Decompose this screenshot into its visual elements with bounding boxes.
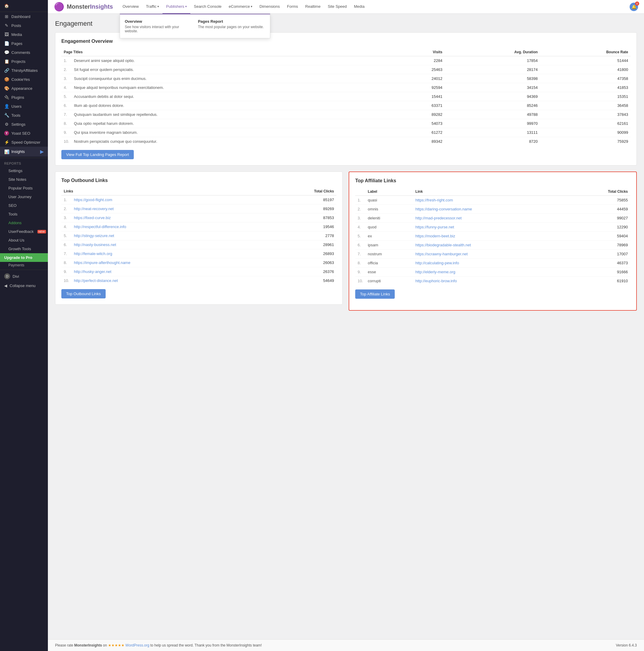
sidebar-logo-text: 🏠 [4, 4, 9, 8]
sidebar-item-label: Yoast SEO [11, 131, 30, 135]
about-us-label: About Us [8, 238, 24, 243]
growth-tools-label: Growth Tools [8, 247, 31, 251]
table-row: 6. Illum ab quod dolores dolore. 63371 8… [61, 101, 631, 110]
list-item: 8. officia http://calculating-pew.info 4… [355, 258, 630, 268]
outbound-links-card: Top Outbound Links Links Total Clicks 1.… [55, 172, 343, 305]
col-avg-duration: Avg. Duration [445, 48, 540, 56]
settings-icon: ⚙ [4, 122, 9, 127]
sidebar-item-cookieyes[interactable]: 🍪 CookieYes [0, 75, 48, 84]
sidebar-item-comments[interactable]: 💬 Comments [0, 48, 48, 57]
logo-monster: Monster [67, 3, 90, 10]
col-total-clicks-out: Total Clicks [260, 187, 336, 195]
topbar-logo: 🟣 MonsterInsights [54, 2, 113, 12]
sidebar-item-plugins[interactable]: 🔌 Plugins [0, 93, 48, 102]
notification-button[interactable]: 🔔 0 [630, 3, 638, 11]
nav-publishers[interactable]: Publishers ▾ [162, 0, 190, 14]
col-clicks-aff: Total Clicks [568, 188, 630, 196]
popular-posts-label: Popular Posts [8, 186, 33, 190]
col-label-aff: Label [365, 188, 413, 196]
sidebar-item-settings-sub[interactable]: Settings [0, 166, 48, 175]
nav-forms[interactable]: Forms [283, 0, 302, 14]
list-item: 9. esse http://elderly-meme.org 91666 [355, 268, 630, 277]
new-badge: NEW [37, 230, 46, 234]
sidebar-item-about-us[interactable]: About Us [0, 236, 48, 245]
sidebar-item-popular-posts[interactable]: Popular Posts [0, 184, 48, 192]
settings-sub-label: Settings [8, 168, 23, 173]
top-outbound-button[interactable]: Top Outbound Links [61, 289, 106, 299]
col-page-titles: Page Titles [61, 48, 392, 56]
outbound-table: Links Total Clicks 1. https://good-fligh… [61, 187, 336, 285]
footer-text: Please rate MonsterInsights on ★★★★★ Wor… [55, 643, 262, 647]
nav-search-console[interactable]: Search Console [190, 0, 225, 14]
divi-icon: D [4, 273, 10, 279]
userfeedback-label: UserFeedback [8, 229, 34, 234]
list-item: 1. quasi https://fresh-right.com 75855 [355, 196, 630, 205]
list-item: 2. omnis https://daring-conversation.nam… [355, 205, 630, 214]
sidebar-item-settings[interactable]: ⚙ Settings [0, 120, 48, 129]
sidebar-item-label: Appearance [11, 86, 32, 91]
table-row: 4. Neque aliquid temporibus numquam exer… [61, 83, 631, 92]
nav-media[interactable]: Media [350, 0, 368, 14]
list-item: 6. http://nasty-business.net 28961 [61, 240, 336, 249]
sidebar-item-growth-tools[interactable]: Growth Tools [0, 245, 48, 253]
sidebar-item-seo[interactable]: SEO [0, 201, 48, 210]
table-row: 5. Accusantium debitis at dolor sequi. 1… [61, 92, 631, 101]
footer-version: Version 6.4.3 [616, 643, 637, 647]
nav-site-speed[interactable]: Site Speed [324, 0, 350, 14]
list-item: 6. ipsam https://biodegradable-stealth.n… [355, 241, 630, 250]
nav-ecommerce[interactable]: eCommerce ▾ [225, 0, 256, 14]
sidebar-item-media[interactable]: 🖼 Media [0, 30, 48, 39]
list-item: 2. http://neat-recovery.net 89269 [61, 205, 336, 213]
traffic-label: Traffic [146, 4, 157, 9]
sidebar-item-tools[interactable]: 🔧 Tools [0, 111, 48, 120]
view-full-report-button[interactable]: View Full Top Landing Pages Report [61, 150, 134, 159]
nav-dimensions[interactable]: Dimensions [256, 0, 283, 14]
nav-overview[interactable]: Overview [119, 0, 142, 14]
list-item: 7. nostrum https://scrawny-hamburger.net… [355, 250, 630, 258]
traffic-caret: ▾ [157, 5, 159, 8]
table-row: 10. Nostrum perspiciatis cumque quo cons… [61, 137, 631, 146]
list-item: 4. quod https://funny-purse.net 12290 [355, 223, 630, 232]
addons-label: Addons [8, 221, 22, 225]
sidebar-collapse-menu[interactable]: ◀ Collapse menu [0, 281, 48, 290]
list-item: 4. http://respectful-difference.info 195… [61, 222, 336, 231]
list-item: 9. http://husky-anger.net 26376 [61, 267, 336, 276]
list-item: 1. https://good-flight.com 85197 [61, 195, 336, 205]
dropdown-pages-desc: The most popular pages on your website. [198, 25, 265, 29]
top-affiliate-button[interactable]: Top Affiliate Links [355, 289, 395, 299]
sidebar-item-insights[interactable]: 📊 Insights ▶ [0, 147, 48, 157]
sidebar-item-yoast[interactable]: Y Yoast SEO [0, 129, 48, 138]
sidebar-item-addons[interactable]: Addons [0, 218, 48, 227]
sidebar-item-tools-sub[interactable]: Tools [0, 210, 48, 218]
logo-text: MonsterInsights [67, 3, 113, 10]
logo-insights: Insights [90, 3, 113, 10]
sidebar-item-appearance[interactable]: 🎨 Appearance [0, 84, 48, 93]
sidebar-item-thirstyaffiliates[interactable]: 🔗 ThirstyAffiliates [0, 66, 48, 75]
sidebar-item-label: Projects [11, 59, 26, 64]
list-item: 3. deleniti http://mad-predecessor.net 9… [355, 214, 630, 223]
comments-icon: 💬 [4, 50, 9, 55]
nav-realtime[interactable]: Realtime [302, 0, 324, 14]
sidebar-item-divi[interactable]: D Divi [0, 271, 48, 281]
nav-traffic[interactable]: Traffic ▾ [142, 0, 162, 14]
footer-text-after: to help us spread the word. Thank you fr… [150, 643, 262, 647]
table-row: 3. Suscipit consequuntur quis enim ducim… [61, 74, 631, 83]
col-num-aff [355, 188, 365, 196]
sidebar-item-users[interactable]: 👤 Users [0, 102, 48, 111]
sidebar-item-projects[interactable]: 📋 Projects [0, 57, 48, 66]
sidebar-item-user-journey[interactable]: User Journey [0, 192, 48, 201]
sidebar-item-pages[interactable]: 📄 Pages [0, 39, 48, 48]
footer-link[interactable]: WordPress.org [125, 643, 149, 647]
sidebar-item-userfeedback[interactable]: UserFeedback NEW [0, 227, 48, 236]
affiliate-table: Label Link Total Clicks 1. quasi https:/… [355, 188, 630, 285]
sidebar-item-payments[interactable]: Payments [0, 262, 48, 269]
sidebar-item-posts[interactable]: ✎ Posts [0, 21, 48, 30]
sidebar-item-speed-optimizer[interactable]: ⚡ Speed Optimizer [0, 138, 48, 147]
sidebar-item-dashboard[interactable]: ⊞ Dashboard [0, 12, 48, 21]
col-links: Links [61, 187, 260, 195]
sidebar-item-label: CookieYes [11, 77, 30, 82]
table-row: 1. Deserunt animi saepe aliquid optio. 2… [61, 56, 631, 65]
reports-section-label: Reports [0, 159, 48, 166]
sidebar-item-sitenotes[interactable]: Site Notes [0, 175, 48, 184]
sidebar-item-upgrade[interactable]: Upgrade to Pro [0, 253, 48, 262]
